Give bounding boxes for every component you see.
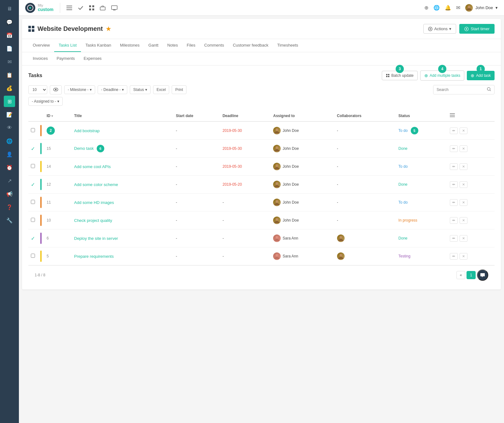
- edit-button[interactable]: ✏: [450, 199, 458, 206]
- delete-button[interactable]: ✕: [460, 217, 467, 224]
- task-title-link[interactable]: Add some color scheme: [74, 182, 118, 187]
- star-icon[interactable]: ★: [106, 25, 111, 32]
- edit-button[interactable]: ✏: [450, 145, 458, 152]
- svg-point-34: [276, 182, 278, 185]
- excel-button[interactable]: Excel: [153, 85, 169, 94]
- nav-mail-icon[interactable]: ✉: [456, 5, 460, 11]
- sidebar-icon-dashboard[interactable]: ⊞: [4, 96, 15, 107]
- task-assigned-to: John Doe: [271, 158, 334, 176]
- tab-customer-feedback[interactable]: Customer feedback: [228, 39, 273, 52]
- milestone-filter[interactable]: - Milestone - ▾: [64, 85, 95, 94]
- assigned-name: John Doe: [283, 218, 299, 223]
- task-assigned-to: Sara Ann: [271, 247, 334, 265]
- sidebar-icon-calendar[interactable]: 📅: [4, 30, 15, 41]
- nav-briefcase-icon[interactable]: [100, 5, 106, 10]
- sidebar-icon-chat[interactable]: 💬: [4, 16, 15, 28]
- edit-button[interactable]: ✏: [450, 181, 458, 188]
- nav-bell-icon[interactable]: 🔔: [445, 5, 451, 11]
- user-avatar: [465, 4, 473, 12]
- delete-button[interactable]: ✕: [460, 199, 467, 206]
- edit-button[interactable]: ✏: [450, 163, 458, 170]
- tab-tasks-list[interactable]: Tasks List: [54, 39, 81, 52]
- row-checkbox[interactable]: [31, 218, 35, 222]
- assigned-to-filter[interactable]: - Assigned to - ▾: [28, 97, 63, 106]
- tab-timesheets[interactable]: Timesheets: [273, 39, 303, 52]
- tabs-row2: Invoices Payments Expenses: [22, 52, 501, 65]
- edit-button[interactable]: ✏: [450, 235, 458, 242]
- delete-button[interactable]: ✕: [460, 181, 467, 188]
- edit-button[interactable]: ✏: [450, 127, 458, 134]
- task-title-link[interactable]: Check project quality: [74, 218, 112, 223]
- page-1-button[interactable]: 1: [467, 271, 476, 279]
- columns-toggle-button[interactable]: [50, 85, 62, 94]
- row-checkbox[interactable]: [31, 128, 35, 132]
- sidebar-icon-document[interactable]: 📄: [4, 43, 15, 54]
- search-input[interactable]: [433, 86, 484, 94]
- nav-add-icon[interactable]: ⊕: [424, 5, 428, 11]
- task-title-link[interactable]: Add some cool APIs: [74, 164, 111, 169]
- badge-1: 1: [477, 65, 485, 73]
- task-assigned-to: John Doe: [271, 121, 334, 140]
- task-title-link[interactable]: Prepare requirements: [74, 254, 114, 259]
- nav-check-icon[interactable]: [78, 5, 83, 10]
- sidebar-icon-megaphone[interactable]: 📢: [4, 188, 15, 200]
- task-assigned-to: John Doe: [271, 212, 334, 229]
- task-title-link[interactable]: Demo task: [74, 146, 94, 151]
- tab-gantt[interactable]: Gantt: [144, 39, 163, 52]
- deadline-filter[interactable]: - Deadline - ▾: [98, 85, 127, 94]
- nav-grid-icon[interactable]: [89, 5, 94, 10]
- task-title-link[interactable]: Add some HD images: [74, 200, 114, 205]
- nav-globe-icon[interactable]: 🌐: [433, 5, 440, 11]
- sidebar-icon-finance[interactable]: 💰: [4, 82, 15, 94]
- sidebar-icon-notes[interactable]: 📝: [4, 109, 15, 120]
- user-menu[interactable]: John Doe ▾: [465, 4, 498, 12]
- prev-page-button[interactable]: «: [456, 271, 466, 279]
- task-action-btns: ✏ ✕: [447, 212, 495, 229]
- delete-button[interactable]: ✕: [460, 145, 467, 152]
- sidebar-icon-arrow[interactable]: ↗: [4, 175, 15, 186]
- nav-monitor-icon[interactable]: [111, 5, 117, 10]
- chat-button[interactable]: [477, 269, 488, 281]
- delete-button[interactable]: ✕: [460, 253, 467, 260]
- sidebar-icon-email[interactable]: ✉: [4, 56, 15, 67]
- sidebar-icon-wrench[interactable]: 🔧: [4, 215, 15, 226]
- tab-comments[interactable]: Comments: [200, 39, 228, 52]
- sidebar-icon-desktop[interactable]: 🖥: [4, 3, 15, 14]
- sidebar-icon-view[interactable]: 👁: [4, 122, 15, 133]
- sidebar-icon-clock[interactable]: ⏰: [4, 162, 15, 173]
- nav-list-icon[interactable]: [66, 5, 72, 10]
- sidebar-icon-globe[interactable]: 🌐: [4, 135, 15, 147]
- print-button[interactable]: Print: [172, 85, 186, 94]
- task-id: 12: [47, 182, 51, 187]
- per-page-select[interactable]: 10 25 50: [28, 85, 47, 94]
- start-timer-button[interactable]: Start timer: [459, 24, 495, 34]
- tab-expenses[interactable]: Expenses: [79, 52, 106, 65]
- task-title-link[interactable]: Add bootstrap: [74, 128, 100, 133]
- tab-overview[interactable]: Overview: [28, 39, 54, 52]
- tab-payments[interactable]: Payments: [52, 52, 79, 65]
- task-deadline: 2019-05-30: [220, 158, 271, 176]
- row-checkbox[interactable]: [31, 164, 35, 168]
- user-dropdown-icon: ▾: [495, 5, 498, 10]
- delete-button[interactable]: ✕: [460, 235, 467, 242]
- delete-button[interactable]: ✕: [460, 163, 467, 170]
- row-checkbox[interactable]: [31, 200, 35, 204]
- delete-button[interactable]: ✕: [460, 127, 467, 134]
- actions-button[interactable]: Actions ▾: [423, 24, 456, 34]
- sidebar-icon-help[interactable]: ❓: [4, 201, 15, 213]
- tab-invoices[interactable]: Invoices: [28, 52, 52, 65]
- sidebar-icon-user[interactable]: 👤: [4, 149, 15, 160]
- sidebar-icon-list[interactable]: 📋: [4, 69, 15, 81]
- tab-files[interactable]: Files: [182, 39, 200, 52]
- task-title-link[interactable]: Deploy the site in server: [74, 236, 118, 241]
- search-button[interactable]: [484, 85, 494, 94]
- row-checkbox[interactable]: [31, 254, 35, 258]
- col-id[interactable]: ID ▾: [44, 110, 72, 121]
- tab-milestones[interactable]: Milestones: [116, 39, 144, 52]
- edit-button[interactable]: ✏: [450, 253, 458, 260]
- svg-rect-22: [386, 76, 387, 77]
- tab-notes[interactable]: Notes: [163, 39, 182, 52]
- status-filter[interactable]: Status ▾: [130, 85, 151, 94]
- tab-tasks-kanban[interactable]: Tasks Kanban: [81, 39, 116, 52]
- edit-button[interactable]: ✏: [450, 217, 458, 224]
